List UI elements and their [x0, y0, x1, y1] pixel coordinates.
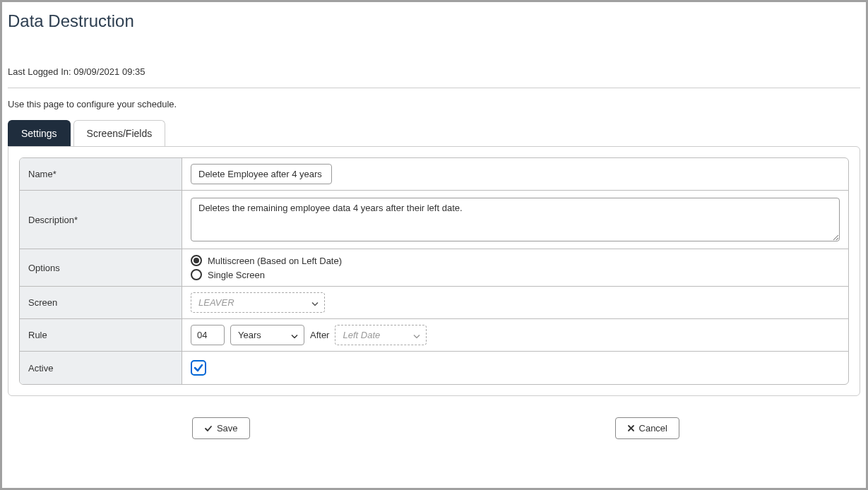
- last-login-text: Last Logged In: 09/09/2021 09:35: [8, 66, 860, 77]
- radio-multiscreen-label: Multiscreen (Based on Left Date): [208, 256, 342, 266]
- chevron-down-icon: [311, 297, 319, 308]
- name-input[interactable]: [191, 164, 332, 184]
- button-row: Save Cancel: [8, 417, 860, 439]
- label-screen: Screen: [20, 287, 182, 318]
- screen-select-value: LEAVER: [198, 297, 234, 308]
- tab-content-settings: Name* Description* Deletes the remaining…: [8, 146, 860, 396]
- rule-unit-select[interactable]: Years: [230, 325, 304, 345]
- radio-single-label: Single Screen: [208, 270, 265, 280]
- divider: [8, 88, 860, 88]
- check-icon: [204, 424, 213, 433]
- rule-basis-value: Left Date: [343, 330, 380, 340]
- label-description: Description*: [20, 191, 182, 249]
- tab-bar: Settings Screens/Fields: [8, 120, 860, 146]
- rule-basis-select[interactable]: Left Date: [335, 325, 427, 345]
- tab-screens-fields[interactable]: Screens/Fields: [73, 120, 166, 146]
- row-description: Description* Deletes the remaining emplo…: [20, 191, 848, 249]
- check-icon: [194, 363, 203, 373]
- label-rule: Rule: [20, 319, 182, 351]
- radio-single[interactable]: [191, 269, 202, 280]
- page-title: Data Destruction: [8, 11, 860, 31]
- cancel-button[interactable]: Cancel: [615, 417, 679, 439]
- chevron-down-icon: [413, 330, 420, 340]
- tab-settings[interactable]: Settings: [8, 120, 71, 146]
- screen-select[interactable]: LEAVER: [191, 292, 325, 313]
- radio-item-multiscreen: Multiscreen (Based on Left Date): [191, 255, 342, 266]
- row-screen: Screen LEAVER: [20, 287, 848, 319]
- rule-number-input[interactable]: [191, 325, 225, 345]
- close-icon: [627, 424, 635, 432]
- config-instruction: Use this page to configure your schedule…: [8, 99, 860, 109]
- row-active: Active: [20, 352, 848, 384]
- radio-multiscreen[interactable]: [191, 255, 202, 266]
- label-active: Active: [20, 352, 182, 384]
- description-input[interactable]: Deletes the remaining employee data 4 ye…: [191, 198, 840, 241]
- row-rule: Rule Years After Left Date: [20, 319, 848, 352]
- save-button-label: Save: [217, 423, 238, 434]
- save-button[interactable]: Save: [192, 417, 250, 439]
- rule-unit-value: Years: [238, 330, 261, 340]
- row-options: Options Multiscreen (Based on Left Date)…: [20, 249, 848, 287]
- form-table: Name* Description* Deletes the remaining…: [19, 157, 849, 385]
- label-options: Options: [20, 249, 182, 286]
- label-name: Name*: [20, 158, 182, 190]
- radio-item-single: Single Screen: [191, 269, 342, 280]
- row-name: Name*: [20, 158, 848, 191]
- rule-after-label: After: [310, 330, 329, 340]
- chevron-down-icon: [291, 330, 298, 340]
- active-checkbox[interactable]: [191, 360, 206, 376]
- cancel-button-label: Cancel: [639, 423, 667, 434]
- options-radio-group: Multiscreen (Based on Left Date) Single …: [191, 255, 342, 280]
